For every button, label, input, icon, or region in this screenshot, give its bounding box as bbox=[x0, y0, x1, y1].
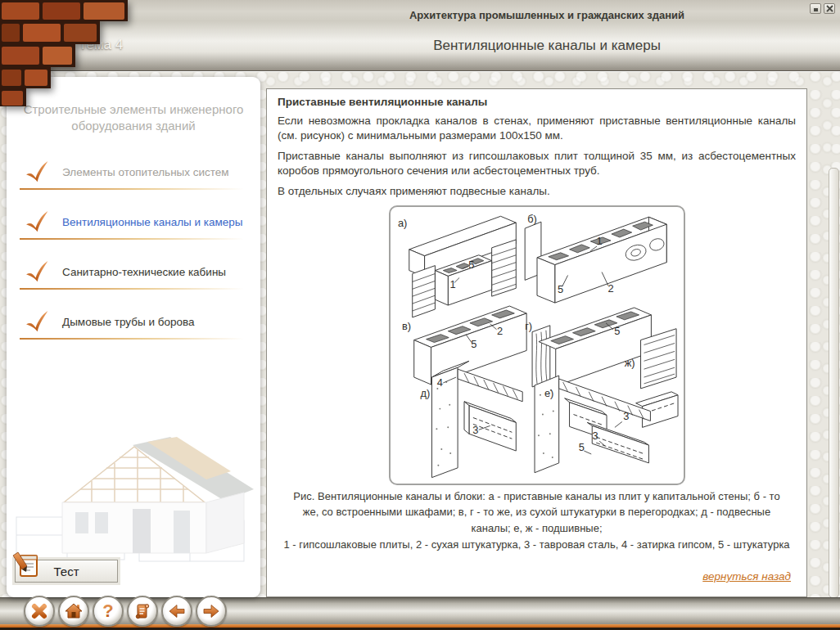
test-button[interactable]: Тест bbox=[15, 560, 118, 583]
menu-underline bbox=[20, 238, 244, 240]
figure-panel-label: ж) bbox=[624, 357, 635, 369]
svg-text:?: ? bbox=[102, 601, 113, 621]
x-icon bbox=[29, 601, 49, 621]
check-icon bbox=[24, 160, 49, 184]
test-button-label: Тест bbox=[53, 565, 79, 578]
menu-underline bbox=[20, 288, 244, 290]
close-button[interactable] bbox=[824, 3, 835, 14]
paragraph: Если невозможна прокладка каналов в стен… bbox=[278, 114, 796, 142]
notepad-pencil-icon bbox=[10, 550, 41, 579]
content-heading: Приставные вентиляционные каналы bbox=[278, 96, 796, 108]
figure-panel-label: б) bbox=[527, 213, 537, 225]
figure-panel-label: г) bbox=[525, 319, 532, 331]
menu-underline bbox=[20, 338, 244, 340]
minimize-button[interactable] bbox=[810, 3, 821, 14]
figure-callout: 5 bbox=[614, 324, 620, 336]
scrollbar-track[interactable] bbox=[829, 168, 839, 598]
forward-button[interactable] bbox=[196, 596, 227, 627]
figure-callout: 5 bbox=[471, 338, 476, 350]
brick-wall-decoration bbox=[0, 0, 139, 108]
figure-box: а) б) в) г) д) е) ж) 1 5 1 5 2 2 5 5 4 3… bbox=[389, 205, 685, 485]
check-icon bbox=[24, 209, 49, 234]
figure-callout: 3 bbox=[592, 430, 598, 442]
figure-caption: Рис. Вентиляционные каналы и блоки: а - … bbox=[278, 488, 796, 537]
figure-callout: 2 bbox=[496, 324, 502, 336]
scroll-icon bbox=[133, 601, 152, 621]
figure-callout: 3 bbox=[623, 410, 629, 422]
figure-callout: 1 bbox=[596, 234, 602, 246]
home-button[interactable] bbox=[58, 596, 89, 627]
house-illustration bbox=[10, 421, 255, 566]
exit-button[interactable] bbox=[24, 596, 55, 627]
home-icon bbox=[64, 601, 84, 621]
figure-callout: 5 bbox=[468, 258, 474, 270]
sidebar-menu: Элементы отопительных систем Вентиляцион… bbox=[7, 159, 260, 340]
sidebar-item-ventilation[interactable]: Вентиляционные каналы и камеры bbox=[20, 209, 247, 240]
sidebar: Строительные элементы инженерного оборуд… bbox=[7, 77, 260, 597]
app-title: Архитектура промышленных и гражданских з… bbox=[266, 9, 828, 21]
figure-callout: 4 bbox=[436, 376, 442, 388]
sidebar-item-heating-systems[interactable]: Элементы отопительных систем bbox=[20, 159, 247, 190]
back-link[interactable]: вернуться назад bbox=[278, 570, 791, 583]
figure-legend: 1 - гипсошлаковые плиты, 2 - сухая штука… bbox=[278, 538, 796, 551]
figure-panel-label: в) bbox=[401, 319, 410, 331]
sidebar-item-label: Дымовые трубы и борова bbox=[62, 316, 194, 328]
figure-callout: 5 bbox=[558, 283, 563, 295]
sidebar-item-chimneys[interactable]: Дымовые трубы и борова bbox=[20, 308, 247, 340]
sidebar-item-sanitary-cabins[interactable]: Санитарно-технические кабины bbox=[20, 259, 247, 290]
check-icon bbox=[24, 259, 49, 284]
ventilation-channels-figure: а) б) в) г) д) е) ж) 1 5 1 5 2 2 5 5 4 3… bbox=[393, 210, 681, 480]
arrow-left-icon bbox=[167, 601, 187, 621]
application-window: Архитектура промышленных и гражданских з… bbox=[0, 0, 840, 630]
question-icon: ? bbox=[98, 601, 118, 621]
paragraph: В отдельных случаях применяют подвесные … bbox=[278, 184, 796, 199]
check-icon bbox=[24, 309, 49, 334]
minimize-icon bbox=[812, 6, 820, 12]
sidebar-item-label: Элементы отопительных систем bbox=[62, 166, 229, 178]
menu-underline bbox=[20, 188, 244, 190]
help-button[interactable]: ? bbox=[93, 596, 124, 627]
arrow-right-icon bbox=[201, 601, 221, 621]
figure-panel-label: д) bbox=[420, 386, 430, 398]
close-icon bbox=[826, 5, 833, 12]
figure-callout: 2 bbox=[607, 282, 613, 295]
contents-button[interactable] bbox=[127, 596, 158, 627]
bottom-toolbar bbox=[0, 597, 840, 625]
paragraph: Приставные каналы выполняют из гипсошлак… bbox=[278, 149, 796, 178]
figure-callout: 5 bbox=[578, 441, 584, 453]
back-button[interactable] bbox=[161, 596, 192, 627]
page-title: Вентиляционные каналы и камеры bbox=[266, 38, 828, 54]
window-controls bbox=[810, 3, 835, 14]
figure-panel-label: е) bbox=[544, 386, 553, 398]
figure-panel-label: а) bbox=[397, 217, 406, 229]
sidebar-item-label: Вентиляционные каналы и камеры bbox=[62, 216, 243, 228]
figure-callout: 3 bbox=[472, 424, 478, 436]
sidebar-item-label: Санитарно-технические кабины bbox=[62, 266, 226, 278]
figure-callout: 1 bbox=[449, 278, 455, 290]
content-panel: Приставные вентиляционные каналы Если не… bbox=[266, 88, 807, 597]
